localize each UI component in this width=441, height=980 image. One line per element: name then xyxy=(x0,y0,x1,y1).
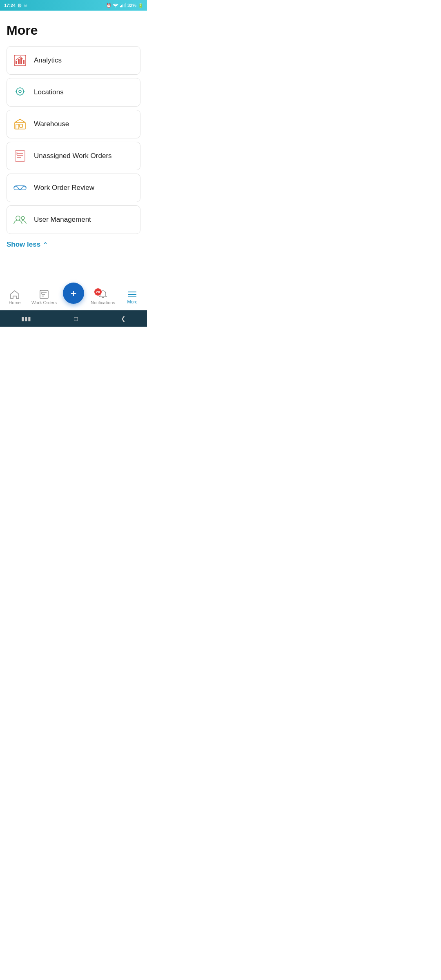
menu-list: Analytics Locations xyxy=(7,46,140,234)
nav-item-notifications[interactable]: 20 Notifications xyxy=(88,290,118,305)
user-management-icon xyxy=(13,213,27,226)
svg-rect-4 xyxy=(124,4,125,7)
notifications-icon: 20 xyxy=(98,290,107,299)
home-label: Home xyxy=(9,300,20,305)
menu-item-work-order-review[interactable]: Work Order Review xyxy=(7,174,140,202)
analytics-icon xyxy=(13,54,27,67)
menu-item-user-management[interactable]: User Management xyxy=(7,205,140,234)
svg-rect-17 xyxy=(15,122,25,129)
page-title: More xyxy=(7,23,140,38)
menu-item-warehouse[interactable]: Warehouse xyxy=(7,110,140,138)
svg-rect-3 xyxy=(122,4,123,7)
back-button[interactable]: ❮ xyxy=(121,315,126,322)
svg-rect-20 xyxy=(15,151,25,161)
chevron-up-icon: ⌃ xyxy=(43,241,48,248)
nav-item-work-orders[interactable]: Work Orders xyxy=(29,290,59,305)
status-time: 17:24 xyxy=(4,3,16,8)
work-order-review-icon xyxy=(13,181,27,194)
warehouse-icon xyxy=(13,118,27,131)
unassigned-work-orders-icon xyxy=(13,149,27,163)
more-icon xyxy=(128,291,137,298)
work-orders-icon xyxy=(40,290,49,299)
svg-point-12 xyxy=(19,90,21,93)
more-label: More xyxy=(127,299,137,304)
fab-button[interactable]: + xyxy=(63,283,84,304)
device-nav-bar: ▮▮▮ ◻ ❮ xyxy=(0,310,147,327)
svg-point-11 xyxy=(16,88,24,95)
show-less-button[interactable]: Show less ⌃ xyxy=(7,234,48,255)
status-bar: 17:24 🖼 ☠ ⏰ 32% 🔋 xyxy=(0,0,147,11)
svg-point-27 xyxy=(21,216,24,220)
svg-rect-5 xyxy=(125,3,126,7)
notifications-label: Notifications xyxy=(91,300,115,305)
bottom-nav: Home Work Orders + 20 Notific xyxy=(0,284,147,310)
menu-item-locations[interactable]: Locations xyxy=(7,78,140,107)
battery-icon: 🔋 xyxy=(138,3,143,8)
svg-rect-24 xyxy=(16,152,18,155)
show-less-label: Show less xyxy=(7,241,40,249)
svg-rect-7 xyxy=(16,61,17,64)
nav-item-more[interactable]: More xyxy=(118,291,147,304)
menu-item-analytics[interactable]: Analytics xyxy=(7,46,140,75)
home-icon xyxy=(10,290,20,299)
svg-rect-10 xyxy=(23,60,24,64)
status-right: ⏰ 32% 🔋 xyxy=(106,3,143,8)
nav-item-home[interactable]: Home xyxy=(0,290,29,305)
battery-level: 32% xyxy=(127,3,136,8)
unassigned-label: Unassigned Work Orders xyxy=(34,152,112,160)
svg-rect-18 xyxy=(16,124,19,129)
svg-rect-19 xyxy=(20,124,22,127)
warehouse-label: Warehouse xyxy=(34,120,69,128)
svg-rect-1 xyxy=(120,6,121,7)
work-orders-label: Work Orders xyxy=(31,300,57,305)
analytics-label: Analytics xyxy=(34,56,62,65)
status-left: 17:24 🖼 ☠ xyxy=(4,3,27,8)
signal-icon xyxy=(120,3,126,7)
recent-apps-button[interactable]: ▮▮▮ xyxy=(21,315,31,322)
fab-plus-icon: + xyxy=(70,288,76,298)
alarm-icon: ⏰ xyxy=(106,3,111,8)
nav-item-fab[interactable]: + xyxy=(59,287,88,308)
svg-rect-2 xyxy=(121,5,122,7)
location-icon xyxy=(13,86,27,99)
notification-badge: 20 xyxy=(94,288,102,296)
wifi-icon xyxy=(113,3,118,7)
image-icon: 🖼 xyxy=(18,3,22,8)
user-management-label: User Management xyxy=(34,216,91,224)
work-order-review-label: Work Order Review xyxy=(34,184,94,192)
svg-rect-8 xyxy=(18,59,20,64)
home-button[interactable]: ◻ xyxy=(74,315,78,322)
svg-point-0 xyxy=(115,7,116,7)
locations-label: Locations xyxy=(34,88,64,96)
menu-item-unassigned-work-orders[interactable]: Unassigned Work Orders xyxy=(7,142,140,170)
user-status-icon: ☠ xyxy=(24,3,27,8)
svg-point-26 xyxy=(16,216,20,220)
main-content: More Analytics xyxy=(0,11,147,255)
